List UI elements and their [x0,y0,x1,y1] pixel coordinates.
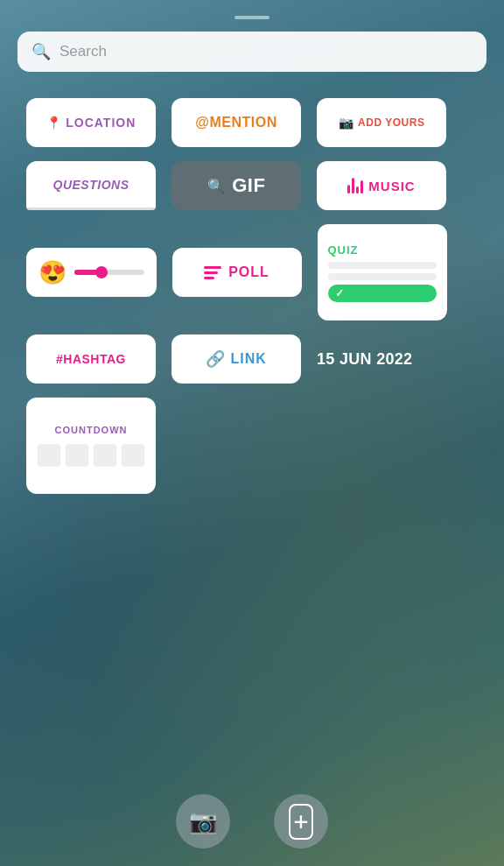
quiz-options: ✓ [328,262,437,302]
sticker-countdown[interactable]: COUNTDOWN [26,398,156,494]
sticker-quiz[interactable]: QUIZ ✓ [318,224,447,320]
music-bars-icon [347,178,363,194]
add-sticker-button[interactable]: + [274,794,328,848]
search-bar[interactable]: 🔍 Search [18,32,486,72]
location-label: LOCATION [66,116,136,130]
date-label: 15 JUN 2022 [317,350,412,369]
sticker-poll[interactable]: POLL [172,248,302,297]
gif-label: GIF [232,174,265,197]
quiz-title: QUIZ [328,243,359,257]
link-icon: 🔗 [206,349,226,369]
sticker-grid: 📍 LOCATION @MENTION 📷 ADD YOURS QUESTION… [18,98,486,777]
search-placeholder: Search [60,43,107,60]
sticker-location[interactable]: 📍 LOCATION [26,98,156,147]
camera-button[interactable]: 📷 [176,794,230,848]
sticker-questions[interactable]: QUESTIONS [26,161,156,210]
bottom-toolbar: 📷 + [176,785,328,848]
sticker-row-4: #HASHTAG 🔗 LINK 15 JUN 2022 [18,334,486,384]
countdown-box-1 [38,444,60,467]
drag-handle [234,16,270,19]
sticker-gif[interactable]: 🔍 GIF [172,161,301,210]
sticker-addyours[interactable]: 📷 ADD YOURS [317,98,446,147]
questions-label: QUESTIONS [53,178,130,192]
poll-label: POLL [228,264,270,280]
link-label: LINK [231,351,267,367]
sticker-emoji-slider[interactable]: 😍 [26,248,157,297]
sticker-row-1: 📍 LOCATION @MENTION 📷 ADD YOURS [18,98,486,147]
music-label: MUSIC [368,179,415,194]
sticker-link[interactable]: 🔗 LINK [172,334,301,384]
addyours-label: ADD YOURS [358,116,424,129]
gif-search-icon: 🔍 [207,178,226,194]
countdown-box-4 [122,444,144,467]
sticker-music[interactable]: MUSIC [317,161,446,210]
countdown-boxes [38,444,144,467]
sticker-hashtag[interactable]: #HASHTAG [26,334,156,384]
sticker-row-3: 😍 POLL QUIZ ✓ [18,224,486,320]
sticker-date[interactable]: 15 JUN 2022 [317,341,412,377]
mention-label: @MENTION [195,115,276,130]
sticker-row-5: COUNTDOWN [18,398,486,494]
camera-icon: 📷 [189,808,217,835]
countdown-box-2 [66,444,88,467]
add-sticker-icon: + [289,804,314,840]
hashtag-label: #HASHTAG [56,352,126,366]
sticker-mention[interactable]: @MENTION [172,98,301,147]
emoji-slider-track[interactable] [74,270,144,275]
emoji-slider-content: 😍 [38,259,144,286]
search-icon: 🔍 [32,42,51,61]
addyours-icon: 📷 [339,116,354,130]
countdown-title: COUNTDOWN [55,425,128,435]
quiz-correct-answer: ✓ [328,285,437,302]
location-icon: 📍 [46,116,62,130]
quiz-check-icon: ✓ [335,287,345,299]
poll-icon [204,266,221,279]
emoji-face: 😍 [38,259,67,286]
countdown-box-3 [94,444,116,467]
sticker-row-2: QUESTIONS 🔍 GIF MUSIC [18,161,486,210]
